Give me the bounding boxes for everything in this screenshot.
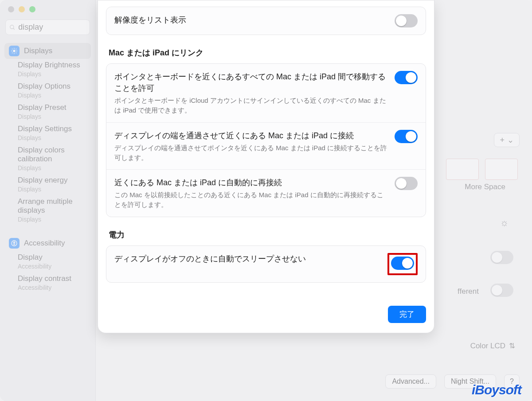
advanced-button[interactable]: Advanced... xyxy=(385,374,436,389)
svg-line-10 xyxy=(16,49,16,49)
row-title: ポインタとキーボードを近くにあるすべての Mac または iPad 間で移動する… xyxy=(114,71,388,94)
sidebar-subitem[interactable]: Display BrightnessDisplays xyxy=(0,61,95,82)
sun-icon xyxy=(9,46,20,56)
svg-point-0 xyxy=(10,25,14,28)
sidebar-search[interactable] xyxy=(5,19,90,35)
label-fragment: fferent xyxy=(458,287,479,296)
svg-line-9 xyxy=(12,53,12,53)
sidebar-subitem[interactable]: Display OptionsDisplays xyxy=(0,82,95,103)
search-icon xyxy=(9,24,16,31)
row-desc: この Mac を以前接続したことのある近くにある Mac または iPad に自… xyxy=(114,190,388,210)
toggle-prevent-sleep[interactable] xyxy=(391,257,414,270)
sidebar: Displays Display BrightnessDisplays Disp… xyxy=(0,0,96,401)
accessibility-icon xyxy=(9,238,20,249)
sidebar-subitem[interactable]: Display SettingsDisplays xyxy=(0,125,95,146)
color-profile-select[interactable]: Color LCD⇅ xyxy=(470,341,515,350)
sidebar-subitem[interactable]: Display energyDisplays xyxy=(0,176,95,197)
sidebar-item-displays[interactable]: Displays xyxy=(4,43,91,59)
row-title: 近くにある Mac または iPad に自動的に再接続 xyxy=(114,177,388,188)
toggle-auto-reconnect[interactable] xyxy=(395,177,418,190)
add-display-button[interactable]: +⌄ xyxy=(494,133,520,147)
minimize-window-dot[interactable] xyxy=(19,6,25,12)
section-heading-power: 電力 xyxy=(106,227,426,245)
toggle[interactable] xyxy=(490,284,513,297)
resolution-card: 解像度をリスト表示 xyxy=(106,7,426,35)
sidebar-item-label: Accessibility xyxy=(24,239,65,248)
row-title: ディスプレイがオフのときに自動でスリープさせない xyxy=(114,253,381,265)
zoom-window-dot[interactable] xyxy=(29,6,35,12)
done-button[interactable]: 完了 xyxy=(388,306,426,323)
sidebar-subitem[interactable]: Display colors calibrationDisplays xyxy=(0,146,95,176)
toggle-universal-control[interactable] xyxy=(395,71,418,84)
close-window-dot[interactable] xyxy=(8,6,14,12)
row-desc: ポインタとキーボードを iCloud アカウントにサインインしている近くのすべて… xyxy=(114,96,388,115)
advanced-sheet: 解像度をリスト表示 Mac または iPad にリンク ポインタとキーボードを近… xyxy=(98,0,434,333)
tutorial-highlight xyxy=(387,253,418,275)
link-card: ポインタとキーボードを近くにあるすべての Mac または iPad 間で移動する… xyxy=(106,63,426,217)
chevron-up-down-icon: ⇅ xyxy=(509,341,515,350)
svg-line-1 xyxy=(13,28,15,29)
power-card: ディスプレイがオフのときに自動でスリープさせない xyxy=(106,245,426,283)
toggle-list-resolutions[interactable] xyxy=(395,14,418,27)
svg-point-2 xyxy=(13,50,15,52)
toggle-push-through-edge[interactable] xyxy=(395,130,418,143)
row-title: 解像度をリスト表示 xyxy=(114,14,388,26)
sidebar-subitem[interactable]: Display PresetDisplays xyxy=(0,103,95,125)
window-traffic-lights xyxy=(0,4,95,19)
resolution-thumbnail[interactable] xyxy=(446,159,479,180)
svg-line-8 xyxy=(16,53,16,53)
sidebar-subitem[interactable]: DisplayAccessibility xyxy=(0,253,95,274)
search-input[interactable] xyxy=(18,23,86,32)
svg-line-7 xyxy=(12,49,12,49)
svg-point-12 xyxy=(14,241,15,242)
chevron-down-icon: ⌄ xyxy=(507,135,514,145)
resolution-thumbnail[interactable] xyxy=(485,159,518,180)
row-title: ディスプレイの端を通過させて近くにある Mac または iPad に接続 xyxy=(114,130,388,141)
section-heading-link: Mac または iPad にリンク xyxy=(106,45,426,63)
sidebar-subitem[interactable]: Display contrastAccessibility xyxy=(0,274,95,296)
sidebar-item-label: Displays xyxy=(24,47,52,55)
sidebar-subitem[interactable]: Arrange multiple displaysDisplays xyxy=(0,197,95,227)
resolution-label: More Space xyxy=(465,183,505,191)
toggle[interactable] xyxy=(490,251,513,264)
watermark: iBoysoft xyxy=(472,382,521,397)
brightness-icon: ☼ xyxy=(500,217,509,229)
sidebar-item-accessibility[interactable]: Accessibility xyxy=(4,235,91,251)
row-desc: ディスプレイの端を通過させてポインタを近くにある Mac または iPad に接… xyxy=(114,143,388,163)
